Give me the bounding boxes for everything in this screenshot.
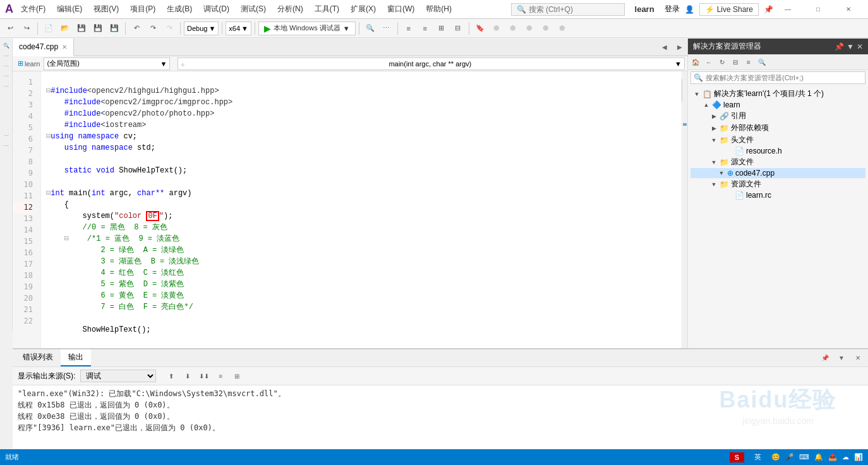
menu-test[interactable]: 测试(S)	[236, 3, 271, 16]
sol-tool-back[interactable]: ←	[702, 56, 715, 68]
toolbar-open[interactable]: 📂	[57, 21, 73, 36]
menu-edit[interactable]: 编辑(E)	[52, 3, 87, 16]
strip-btn-3[interactable]: ⋯	[1, 61, 11, 70]
project-expand-icon[interactable]: ▲	[702, 101, 710, 109]
tree-sources[interactable]: ▼ 📁 源文件	[690, 156, 865, 168]
sol-pin-icon[interactable]: 📌	[835, 42, 844, 51]
toolbar-icon1[interactable]: 🔍	[363, 21, 378, 36]
symbol-dropdown[interactable]: ⬦ main(int argc, char ** argv) ▼	[178, 57, 685, 70]
sol-tool-collapse[interactable]: ⊟	[729, 56, 742, 68]
status-icon-5[interactable]: 📤	[828, 453, 837, 461]
tab-code47[interactable]: code47.cpp ✕	[13, 39, 74, 56]
platform-dropdown[interactable]: x64 ▼	[226, 21, 251, 35]
toolbar-saveall[interactable]: 💾	[90, 21, 105, 36]
toolbar-newfile[interactable]: 📄	[41, 21, 56, 36]
tab-scroll-left[interactable]: ◀	[657, 38, 672, 56]
menu-project[interactable]: 项目(P)	[125, 3, 160, 16]
status-icon-3[interactable]: ⌨	[799, 453, 809, 461]
toolbar-saveall2[interactable]: 💾	[107, 21, 122, 36]
tree-references[interactable]: ▶ 🔗 引用	[690, 110, 865, 122]
toolbar-bookmark2[interactable]: ⬟	[489, 21, 504, 36]
pin-icon[interactable]: 📌	[764, 5, 773, 14]
strip-btn-7[interactable]: ⋯	[1, 141, 11, 150]
tree-code47-cpp[interactable]: ▼ ⊕ code47.cpp	[690, 168, 865, 178]
menu-analyze[interactable]: 分析(N)	[272, 3, 308, 16]
tab-close-icon[interactable]: ✕	[62, 44, 67, 51]
output-content[interactable]: "learn.exe"(Win32): 已加载"C:\Windows\Syste…	[13, 385, 868, 449]
tab-scroll-right[interactable]: ▶	[672, 38, 687, 56]
references-expand-icon[interactable]: ▶	[710, 112, 718, 120]
solution-search[interactable]: 🔍	[690, 71, 865, 84]
tree-headers[interactable]: ▼ 📁 头文件	[690, 134, 865, 146]
solution-search-input[interactable]	[706, 74, 862, 82]
toolbar-forward[interactable]: ↪	[19, 21, 34, 36]
tree-learn-rc[interactable]: 📄 learn.rc	[690, 190, 865, 200]
sol-chevron-icon[interactable]: ▼	[847, 42, 854, 51]
output-source-select[interactable]: 调试	[80, 370, 156, 382]
search-input[interactable]	[529, 5, 605, 14]
status-icon-2[interactable]: 🎤	[785, 453, 794, 461]
menu-file[interactable]: 文件(F)	[16, 3, 51, 16]
toolbar-bookmark5[interactable]: ⬟	[538, 21, 553, 36]
toolbar-bookmark[interactable]: 🔖	[473, 21, 488, 36]
login-label[interactable]: 登录	[665, 4, 680, 15]
sol-tool-refresh[interactable]: ↻	[716, 56, 728, 68]
tree-solution[interactable]: ▼ 📋 解决方案'learn'(1 个项目/共 1 个)	[690, 88, 865, 100]
code47-expand-icon[interactable]: ▼	[718, 169, 725, 177]
output-pin-icon[interactable]: 📌	[817, 351, 833, 366]
tree-project-learn[interactable]: ▲ 🔷 learn	[690, 100, 865, 110]
strip-btn-1[interactable]: 🔍	[1, 41, 11, 50]
external-deps-expand-icon[interactable]: ▶	[710, 124, 718, 132]
live-share-button[interactable]: ⚡ Live Share	[699, 3, 759, 16]
toolbar-redo[interactable]: ↷	[145, 21, 160, 36]
toolbar-icon6[interactable]: ⊟	[450, 21, 466, 36]
toolbar-redo2[interactable]: ↷	[162, 21, 177, 36]
resources-expand-icon[interactable]: ▼	[710, 181, 718, 188]
run-button[interactable]: ▶ 本地 Windows 调试器 ▼	[258, 21, 356, 35]
output-chevron-icon[interactable]: ▼	[834, 351, 849, 366]
menu-extensions[interactable]: 扩展(X)	[346, 3, 381, 16]
output-tool-5[interactable]: ⊞	[229, 368, 244, 383]
menu-help[interactable]: 帮助(H)	[421, 3, 457, 16]
output-tab-output[interactable]: 输出	[61, 349, 91, 366]
menu-window[interactable]: 窗口(W)	[382, 3, 419, 16]
output-tool-4[interactable]: ≡	[213, 368, 228, 383]
toolbar-save[interactable]: 💾	[74, 21, 89, 36]
menu-build[interactable]: 生成(B)	[162, 3, 197, 16]
strip-btn-2[interactable]: ⋯	[1, 51, 11, 60]
sol-tool-home[interactable]: 🏠	[689, 56, 702, 68]
maximize-button[interactable]: □	[804, 0, 833, 19]
strip-btn-6[interactable]: ⋯	[1, 131, 11, 140]
toolbar-bookmark3[interactable]: ⬟	[505, 21, 521, 36]
toolbar-undo[interactable]: ↶	[129, 21, 144, 36]
sol-tool-filter[interactable]: 🔍	[756, 56, 768, 68]
status-icon-4[interactable]: 🔔	[814, 453, 823, 461]
output-tool-2[interactable]: ⬇	[180, 368, 195, 383]
output-close-icon[interactable]: ✕	[850, 351, 865, 366]
menu-tools[interactable]: 工具(T)	[310, 3, 344, 16]
status-icon-7[interactable]: 📊	[854, 453, 863, 461]
sol-close-icon[interactable]: ✕	[857, 42, 863, 51]
menu-view[interactable]: 视图(V)	[88, 3, 124, 16]
toolbar-bookmark4[interactable]: ⬟	[522, 21, 537, 36]
sol-tool-props[interactable]: ≡	[742, 56, 755, 68]
solution-expand-icon[interactable]: ▼	[693, 90, 701, 98]
toolbar-icon3[interactable]: ≡	[401, 21, 416, 36]
output-tab-errors[interactable]: 错误列表	[15, 349, 61, 366]
status-icon-6[interactable]: ☁	[842, 453, 849, 461]
debug-config-dropdown[interactable]: Debug ▼	[184, 21, 219, 35]
toolbar-icon5[interactable]: ⊞	[434, 21, 449, 36]
toolbar-icon4[interactable]: ≡	[418, 21, 433, 36]
headers-expand-icon[interactable]: ▼	[710, 136, 718, 144]
scope-dropdown[interactable]: (全局范围) ▼	[44, 57, 170, 70]
output-tool-3[interactable]: ⬇⬇	[196, 368, 212, 383]
strip-btn-5[interactable]: ⋯	[1, 82, 11, 90]
strip-btn-4[interactable]: ⋯	[1, 71, 11, 80]
tree-resources[interactable]: ▼ 📁 资源文件	[690, 178, 865, 190]
toolbar-bookmark6[interactable]: ⬟	[555, 21, 570, 36]
status-icon-1[interactable]: 😊	[771, 453, 780, 461]
toolbar-icon2[interactable]: ⋯	[379, 21, 394, 36]
output-tool-1[interactable]: ⬆	[164, 368, 179, 383]
tree-resource-h[interactable]: 📄 resource.h	[690, 146, 865, 156]
search-box[interactable]: 🔍	[511, 3, 625, 16]
